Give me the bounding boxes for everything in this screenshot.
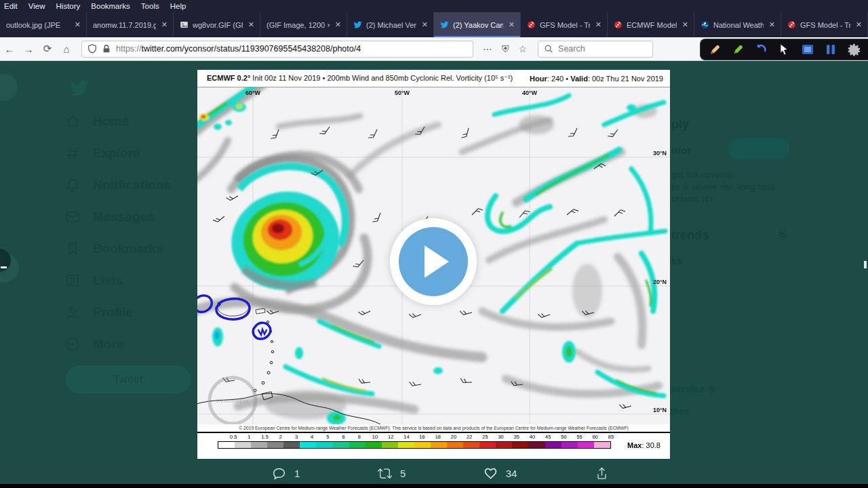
colorbar-max: Max: 30.8 <box>627 441 660 449</box>
browser-tab[interactable]: (2) Michael Vent✕ <box>347 12 434 37</box>
reply-button[interactable]: 1 <box>272 466 300 481</box>
shield-icon[interactable] <box>87 44 97 54</box>
highlighter-tool-icon[interactable] <box>729 41 747 58</box>
cursor-tool-icon[interactable] <box>775 41 793 58</box>
like-button[interactable]: 34 <box>484 466 517 481</box>
home-button[interactable]: ⌂ <box>57 43 76 55</box>
browser-tab[interactable]: anomw.11.7.2019.gi✕ <box>87 12 174 37</box>
tweet-button[interactable]: Tweet <box>66 365 191 394</box>
colorbar-cell <box>333 442 349 448</box>
search-icon <box>544 44 553 54</box>
like-count: 34 <box>506 468 517 479</box>
tab-close-icon[interactable]: ✕ <box>247 20 256 29</box>
trends-gear-icon[interactable] <box>777 230 788 241</box>
colorbar-tick-label: 0.5 <box>230 434 237 440</box>
colorbar-cell <box>267 442 283 448</box>
menu-item-edit[interactable]: Edit <box>4 2 18 10</box>
sidebar-item-label: Notifications <box>93 178 171 192</box>
bookmark-star-icon[interactable]: ☆ <box>519 43 528 54</box>
share-icon <box>595 466 609 481</box>
sidebar-item-label: Home <box>93 114 129 129</box>
reply-icon <box>272 466 286 481</box>
pen-tool-icon[interactable] <box>706 41 724 58</box>
browser-tab[interactable]: ECMWF Model -✕ <box>608 12 694 37</box>
right-bio-fragments: gst link coveragss & severe risk, long h… <box>671 169 774 205</box>
browser-tab[interactable]: outlook.jpg (JPE✕ <box>0 12 87 37</box>
bio-line-fragment: chland, NY <box>671 193 774 205</box>
sidebar-item-messages[interactable]: Messages <box>64 201 193 232</box>
sidebar-item-lists[interactable]: Lists <box>64 264 193 296</box>
lon-label: 60°W <box>245 89 261 96</box>
url-bar[interactable]: https://twitter.com/yconsor/status/11939… <box>81 41 473 58</box>
colorbar-tick-label: 55 <box>576 434 582 440</box>
menu-item-help[interactable]: Help <box>170 2 186 10</box>
bookmarks-icon <box>64 241 81 257</box>
tab-title: GFS Model - Tro <box>800 21 850 29</box>
colorbar-cell <box>561 442 578 448</box>
sidebar-item-explore[interactable]: Explore <box>64 137 193 169</box>
settings-gear-icon[interactable] <box>845 41 863 58</box>
tab-close-icon[interactable]: ✕ <box>160 20 169 29</box>
reload-button[interactable]: ⟳ <box>38 43 57 55</box>
menu-item-bookmarks[interactable]: Bookmarks <box>91 2 130 10</box>
retweet-button[interactable]: 5 <box>378 466 406 481</box>
follow-button[interactable] <box>728 138 789 159</box>
browser-tab[interactable]: GFS Model - Tro✕ <box>521 12 608 37</box>
tab-close-icon[interactable]: ✕ <box>507 20 516 29</box>
right-edge-handle[interactable] <box>864 261 867 268</box>
search-placeholder: Search <box>558 44 585 54</box>
share-button[interactable] <box>595 466 609 481</box>
pocket-icon[interactable]: ⛨ <box>502 43 509 55</box>
colorbar-tick-label: 20 <box>451 434 456 440</box>
sidebar-item-label: More <box>93 337 123 352</box>
tab-close-icon[interactable]: ✕ <box>334 20 342 29</box>
colorbar-tick-label: 3 <box>295 434 298 440</box>
colorbar-tick-label: 45 <box>545 434 551 440</box>
menu-item-view[interactable]: View <box>28 2 45 10</box>
tab-close-icon[interactable]: ✕ <box>854 20 863 29</box>
sidebar-item-label: Bookmarks <box>93 241 163 256</box>
colorbar-cell <box>300 442 316 448</box>
colorbar-cell <box>479 442 496 448</box>
trends-heading-fragment: trends <box>671 228 709 243</box>
sidebar-item-profile[interactable]: Profile <box>64 296 193 328</box>
forward-button[interactable]: → <box>19 43 38 55</box>
trend-link-fragment[interactable]: ks <box>671 256 682 266</box>
whiteboard-tool-icon[interactable] <box>799 41 816 58</box>
tab-close-icon[interactable]: ✕ <box>768 20 776 29</box>
sidebar-item-label: Messages <box>93 209 155 224</box>
colorbar-cell <box>235 442 251 448</box>
colorbar-cell <box>528 442 545 448</box>
colorbar-cell <box>366 442 382 448</box>
sidebar-item-more[interactable]: More <box>64 328 193 360</box>
browser-tab[interactable]: wg8vor.GIF (GIF✕ <box>174 12 260 37</box>
colorbar-tick-label: 22 <box>467 434 472 440</box>
search-bar[interactable]: Search <box>538 41 653 58</box>
tab-close-icon[interactable]: ✕ <box>420 20 429 29</box>
browser-tab[interactable]: GFS Model - Tro✕ <box>781 12 868 37</box>
tab-close-icon[interactable]: ✕ <box>73 20 82 29</box>
browser-tab[interactable]: National Weathe✕ <box>694 12 781 37</box>
browser-tab[interactable]: (2) Yaakov Canto✕ <box>434 12 521 37</box>
undo-icon[interactable] <box>752 41 770 58</box>
menu-item-history[interactable]: History <box>56 2 81 10</box>
back-button[interactable]: ← <box>0 43 19 55</box>
sidebar-item-bookmarks[interactable]: Bookmarks <box>64 232 193 264</box>
colorbar-cell <box>431 442 447 448</box>
browser-tab[interactable]: (GIF Image, 1200 ×✕ <box>260 12 347 37</box>
tweet-photo-overlay[interactable]: ECMWF 0.2° Init 00z 11 Nov 2019 • 200mb … <box>197 70 670 459</box>
colorbar-cell <box>398 442 414 448</box>
sidebar-item-notifications[interactable]: Notifications <box>64 169 193 201</box>
annotation-toolbar <box>700 39 868 60</box>
video-play-button[interactable] <box>390 218 477 305</box>
lat-label: 20°N <box>653 279 667 285</box>
tab-close-icon[interactable]: ✕ <box>681 20 690 29</box>
colorbar-tick-label: 6 <box>342 434 345 440</box>
pause-tool-icon[interactable] <box>822 41 840 58</box>
twitter-logo[interactable] <box>69 78 90 98</box>
sidebar-item-home[interactable]: Home <box>64 105 193 137</box>
menu-item-tools[interactable]: Tools <box>141 2 159 10</box>
tab-close-icon[interactable]: ✕ <box>594 20 603 29</box>
browser-tab-strip: outlook.jpg (JPE✕anomw.11.7.2019.gi✕wg8v… <box>0 12 868 37</box>
page-actions-icon[interactable]: ⋯ <box>483 43 492 54</box>
